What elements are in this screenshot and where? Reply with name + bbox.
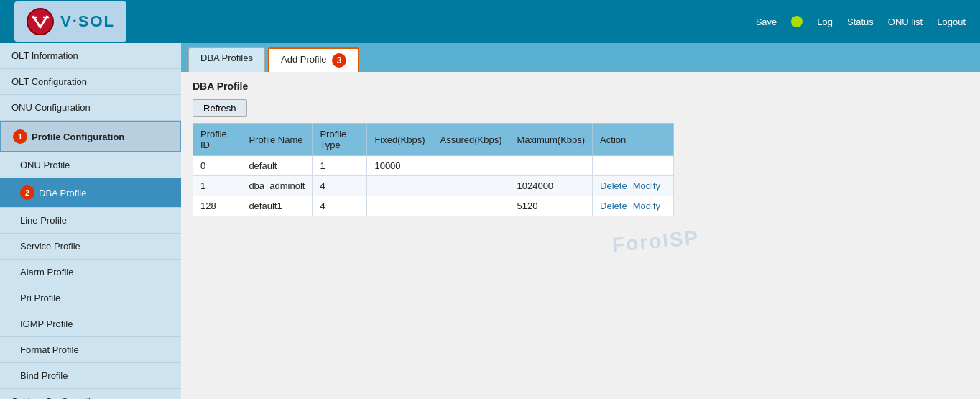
sidebar-item-olt-information[interactable]: OLT Information xyxy=(0,43,181,69)
dba-profile-table: Profile ID Profile Name Profile Type Fix… xyxy=(193,123,674,216)
col-header-action: Action xyxy=(593,124,674,156)
col-header-assured: Assured(Kbps) xyxy=(433,124,509,156)
sidebar-item-olt-configuration[interactable]: OLT Configuration xyxy=(0,69,181,95)
col-header-fixed: Fixed(Kbps) xyxy=(367,124,433,156)
logout-link[interactable]: Logout xyxy=(937,17,966,27)
col-header-profile-name: Profile Name xyxy=(241,124,313,156)
sidebar-item-bind-profile[interactable]: Bind Profile xyxy=(0,363,181,389)
cell-3: 10000 xyxy=(367,156,433,176)
col-header-profile-type: Profile Type xyxy=(313,124,367,156)
logo-area: V·SOL xyxy=(14,1,126,42)
cell-2: 4 xyxy=(313,196,367,216)
action-delete-link[interactable]: Delete xyxy=(600,201,627,211)
cell-actions xyxy=(593,156,674,176)
onu-list-link[interactable]: ONU list xyxy=(888,17,923,27)
action-modify-link[interactable]: Modify xyxy=(633,201,660,211)
add-profile-badge: 3 xyxy=(332,53,346,68)
cell-5: 5120 xyxy=(509,196,593,216)
dba-profile-badge: 2 xyxy=(20,185,34,200)
cell-3 xyxy=(367,176,433,196)
table-row: 0default110000 xyxy=(193,156,674,176)
cell-1: default xyxy=(241,156,313,176)
cell-4 xyxy=(433,176,509,196)
cell-4 xyxy=(433,196,509,216)
sidebar-item-service-profile[interactable]: Service Profile xyxy=(0,234,181,260)
tab-add-profile[interactable]: Add Profile 3 xyxy=(268,47,359,72)
app-container: V·SOL Save Log Status ONU list Logout OL… xyxy=(0,0,980,399)
vsol-logo-icon xyxy=(26,7,55,36)
log-link[interactable]: Log xyxy=(817,17,833,27)
sidebar-item-line-profile[interactable]: Line Profile xyxy=(0,208,181,234)
cell-5: 1024000 xyxy=(509,176,593,196)
cell-0: 0 xyxy=(193,156,241,176)
sidebar-item-alarm-profile[interactable]: Alarm Profile xyxy=(0,260,181,285)
table-row: 128default145120DeleteModify xyxy=(193,196,674,216)
cell-5 xyxy=(509,156,593,176)
page-title: DBA Profile xyxy=(193,81,969,92)
tab-dba-profiles[interactable]: DBA Profiles xyxy=(188,47,265,72)
col-header-maximum: Maximum(Kbps) xyxy=(509,124,593,156)
cell-actions: DeleteModify xyxy=(593,196,674,216)
sidebar-item-format-profile[interactable]: Format Profile xyxy=(0,337,181,363)
sidebar-item-system-configuration[interactable]: System Configuration xyxy=(0,389,181,399)
sidebar-item-dba-profile[interactable]: 2 DBA Profile xyxy=(0,178,181,208)
cell-0: 1 xyxy=(193,176,241,196)
cell-2: 1 xyxy=(313,156,367,176)
logo-text: V·SOL xyxy=(60,12,115,31)
cell-0: 128 xyxy=(193,196,241,216)
page-content: DBA Profile Refresh Profile ID Profile N… xyxy=(181,72,980,225)
cell-1: dba_adminolt xyxy=(241,176,313,196)
save-button[interactable]: Save xyxy=(756,17,777,27)
cell-actions: DeleteModify xyxy=(593,176,674,196)
profile-config-badge: 1 xyxy=(13,129,27,144)
sidebar-item-igmp-profile[interactable]: IGMP Profile xyxy=(0,311,181,337)
cell-3 xyxy=(367,196,433,216)
cell-4 xyxy=(433,156,509,176)
svg-point-0 xyxy=(27,9,53,35)
main-layout: OLT Information OLT Configuration ONU Co… xyxy=(0,43,980,399)
table-row: 1dba_adminolt41024000DeleteModify xyxy=(193,176,674,196)
sidebar-item-profile-configuration[interactable]: 1 Profile Configuration xyxy=(0,121,181,152)
sidebar-item-onu-configuration[interactable]: ONU Configuration xyxy=(0,95,181,121)
header: V·SOL Save Log Status ONU list Logout xyxy=(0,0,980,43)
refresh-button[interactable]: Refresh xyxy=(193,99,247,117)
cell-1: default1 xyxy=(241,196,313,216)
sidebar-item-pri-profile[interactable]: Pri Profile xyxy=(0,285,181,311)
header-right: Save Log Status ONU list Logout xyxy=(756,16,966,27)
watermark: ForoISP xyxy=(611,226,701,257)
content-area: DBA Profiles Add Profile 3 DBA Profile R… xyxy=(181,43,980,399)
action-delete-link[interactable]: Delete xyxy=(600,180,627,191)
sidebar: OLT Information OLT Configuration ONU Co… xyxy=(0,43,181,399)
col-header-profile-id: Profile ID xyxy=(193,124,241,156)
status-link[interactable]: Status xyxy=(847,17,874,27)
action-modify-link[interactable]: Modify xyxy=(633,180,660,191)
status-indicator xyxy=(791,16,803,27)
sidebar-item-onu-profile[interactable]: ONU Profile xyxy=(0,152,181,178)
cell-2: 4 xyxy=(313,176,367,196)
tab-bar: DBA Profiles Add Profile 3 xyxy=(181,43,980,72)
